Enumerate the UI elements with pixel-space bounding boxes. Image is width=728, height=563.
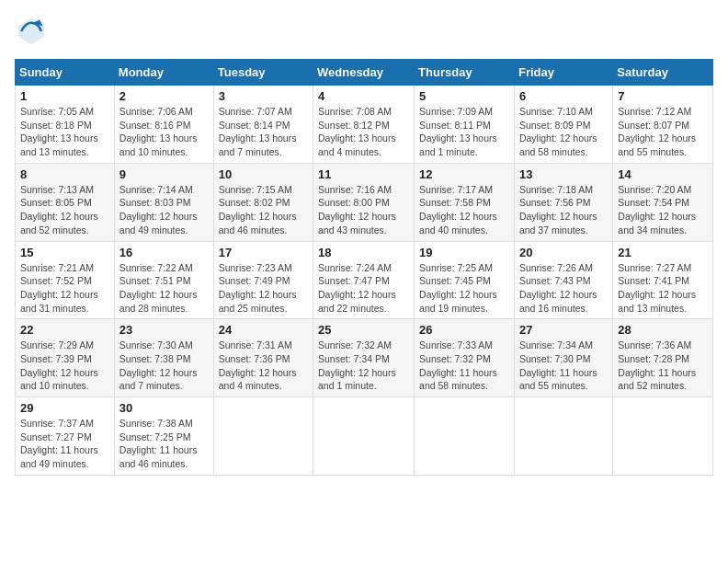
day-number: 30 [119,401,209,415]
day-detail: Sunrise: 7:16 AM Sunset: 8:00 PM Dayligh… [318,183,409,237]
calendar-cell: 14Sunrise: 7:20 AM Sunset: 7:54 PM Dayli… [613,163,713,241]
calendar-cell: 6Sunrise: 7:10 AM Sunset: 8:09 PM Daylig… [514,86,612,164]
calendar-cell [514,397,612,476]
day-detail: Sunrise: 7:14 AM Sunset: 8:03 PM Dayligh… [119,183,209,237]
day-header-wednesday: Wednesday [313,60,415,86]
week-row-2: 8Sunrise: 7:13 AM Sunset: 8:05 PM Daylig… [16,163,713,241]
day-detail: Sunrise: 7:09 AM Sunset: 8:11 PM Dayligh… [419,105,509,159]
day-detail: Sunrise: 7:24 AM Sunset: 7:47 PM Dayligh… [318,261,409,316]
logo-icon [15,15,48,48]
day-detail: Sunrise: 7:06 AM Sunset: 8:16 PM Dayligh… [119,105,209,159]
week-row-3: 15Sunrise: 7:21 AM Sunset: 7:52 PM Dayli… [16,241,713,319]
day-number: 29 [20,401,109,415]
calendar-header-row: SundayMondayTuesdayWednesdayThursdayFrid… [16,60,713,86]
day-number: 18 [318,246,409,259]
day-number: 8 [20,167,109,181]
day-detail: Sunrise: 7:12 AM Sunset: 8:07 PM Dayligh… [618,105,708,159]
day-detail: Sunrise: 7:38 AM Sunset: 7:25 PM Dayligh… [119,417,209,471]
calendar-cell: 26Sunrise: 7:33 AM Sunset: 7:32 PM Dayli… [415,319,515,397]
calendar-cell: 27Sunrise: 7:34 AM Sunset: 7:30 PM Dayli… [514,319,612,397]
day-detail: Sunrise: 7:10 AM Sunset: 8:09 PM Dayligh… [519,105,608,159]
calendar-cell: 24Sunrise: 7:31 AM Sunset: 7:36 PM Dayli… [213,319,313,397]
calendar-cell: 3Sunrise: 7:07 AM Sunset: 8:14 PM Daylig… [213,86,313,164]
day-number: 2 [119,89,209,103]
calendar-table: SundayMondayTuesdayWednesdayThursdayFrid… [15,59,713,476]
day-number: 19 [419,246,509,259]
calendar-cell: 8Sunrise: 7:13 AM Sunset: 8:05 PM Daylig… [16,163,115,241]
day-number: 23 [119,323,209,337]
day-number: 5 [419,89,509,103]
day-number: 15 [20,246,109,259]
day-number: 4 [318,89,409,103]
calendar-cell: 4Sunrise: 7:08 AM Sunset: 8:12 PM Daylig… [313,86,415,164]
calendar-cell: 21Sunrise: 7:27 AM Sunset: 7:41 PM Dayli… [613,241,713,319]
day-number: 27 [519,323,608,337]
calendar-cell [313,397,415,476]
day-header-thursday: Thursday [415,60,515,86]
day-header-friday: Friday [514,60,612,86]
day-detail: Sunrise: 7:17 AM Sunset: 7:58 PM Dayligh… [419,183,509,237]
day-number: 3 [219,89,308,103]
day-detail: Sunrise: 7:25 AM Sunset: 7:45 PM Dayligh… [419,261,509,316]
week-row-4: 22Sunrise: 7:29 AM Sunset: 7:39 PM Dayli… [16,319,713,397]
day-detail: Sunrise: 7:27 AM Sunset: 7:41 PM Dayligh… [618,261,708,316]
day-detail: Sunrise: 7:20 AM Sunset: 7:54 PM Dayligh… [618,183,708,237]
day-header-monday: Monday [114,60,213,86]
day-number: 12 [419,167,509,181]
day-detail: Sunrise: 7:13 AM Sunset: 8:05 PM Dayligh… [20,183,109,237]
calendar-cell: 19Sunrise: 7:25 AM Sunset: 7:45 PM Dayli… [415,241,515,319]
calendar-cell: 5Sunrise: 7:09 AM Sunset: 8:11 PM Daylig… [415,86,515,164]
day-detail: Sunrise: 7:22 AM Sunset: 7:51 PM Dayligh… [119,261,209,316]
day-number: 6 [519,89,608,103]
day-detail: Sunrise: 7:21 AM Sunset: 7:52 PM Dayligh… [20,261,109,316]
day-detail: Sunrise: 7:37 AM Sunset: 7:27 PM Dayligh… [20,417,109,471]
day-detail: Sunrise: 7:26 AM Sunset: 7:43 PM Dayligh… [519,261,608,316]
day-header-sunday: Sunday [16,60,115,86]
logo [15,15,51,48]
day-number: 16 [119,246,209,259]
calendar-cell: 20Sunrise: 7:26 AM Sunset: 7:43 PM Dayli… [514,241,612,319]
day-detail: Sunrise: 7:34 AM Sunset: 7:30 PM Dayligh… [519,339,608,393]
day-number: 25 [318,323,409,337]
day-detail: Sunrise: 7:07 AM Sunset: 8:14 PM Dayligh… [219,105,308,159]
calendar-cell: 11Sunrise: 7:16 AM Sunset: 8:00 PM Dayli… [313,163,415,241]
calendar-cell: 29Sunrise: 7:37 AM Sunset: 7:27 PM Dayli… [16,397,115,476]
calendar-cell: 10Sunrise: 7:15 AM Sunset: 8:02 PM Dayli… [213,163,313,241]
day-detail: Sunrise: 7:31 AM Sunset: 7:36 PM Dayligh… [219,339,308,393]
day-detail: Sunrise: 7:30 AM Sunset: 7:38 PM Dayligh… [119,339,209,393]
day-detail: Sunrise: 7:32 AM Sunset: 7:34 PM Dayligh… [318,339,409,393]
day-detail: Sunrise: 7:36 AM Sunset: 7:28 PM Dayligh… [618,339,708,393]
day-number: 17 [219,246,308,259]
day-number: 20 [519,246,608,259]
day-detail: Sunrise: 7:29 AM Sunset: 7:39 PM Dayligh… [20,339,109,393]
day-number: 14 [618,167,708,181]
day-detail: Sunrise: 7:18 AM Sunset: 7:56 PM Dayligh… [519,183,608,237]
day-detail: Sunrise: 7:33 AM Sunset: 7:32 PM Dayligh… [419,339,509,393]
week-row-5: 29Sunrise: 7:37 AM Sunset: 7:27 PM Dayli… [16,397,713,476]
calendar-cell: 2Sunrise: 7:06 AM Sunset: 8:16 PM Daylig… [114,86,213,164]
day-number: 11 [318,167,409,181]
calendar-cell: 12Sunrise: 7:17 AM Sunset: 7:58 PM Dayli… [415,163,515,241]
calendar-cell: 15Sunrise: 7:21 AM Sunset: 7:52 PM Dayli… [16,241,115,319]
calendar-cell: 9Sunrise: 7:14 AM Sunset: 8:03 PM Daylig… [114,163,213,241]
week-row-1: 1Sunrise: 7:05 AM Sunset: 8:18 PM Daylig… [16,86,713,164]
page-header [15,15,713,48]
day-number: 1 [20,89,109,103]
day-detail: Sunrise: 7:08 AM Sunset: 8:12 PM Dayligh… [318,105,409,159]
calendar-cell: 1Sunrise: 7:05 AM Sunset: 8:18 PM Daylig… [16,86,115,164]
day-number: 13 [519,167,608,181]
day-number: 9 [119,167,209,181]
calendar-cell: 23Sunrise: 7:30 AM Sunset: 7:38 PM Dayli… [114,319,213,397]
calendar-cell [213,397,313,476]
day-header-saturday: Saturday [613,60,713,86]
calendar-cell: 13Sunrise: 7:18 AM Sunset: 7:56 PM Dayli… [514,163,612,241]
calendar-cell [613,397,713,476]
calendar-cell: 17Sunrise: 7:23 AM Sunset: 7:49 PM Dayli… [213,241,313,319]
day-number: 21 [618,246,708,259]
day-header-tuesday: Tuesday [213,60,313,86]
day-detail: Sunrise: 7:23 AM Sunset: 7:49 PM Dayligh… [219,261,308,316]
day-detail: Sunrise: 7:05 AM Sunset: 8:18 PM Dayligh… [20,105,109,159]
day-detail: Sunrise: 7:15 AM Sunset: 8:02 PM Dayligh… [219,183,308,237]
day-number: 10 [219,167,308,181]
day-number: 7 [618,89,708,103]
